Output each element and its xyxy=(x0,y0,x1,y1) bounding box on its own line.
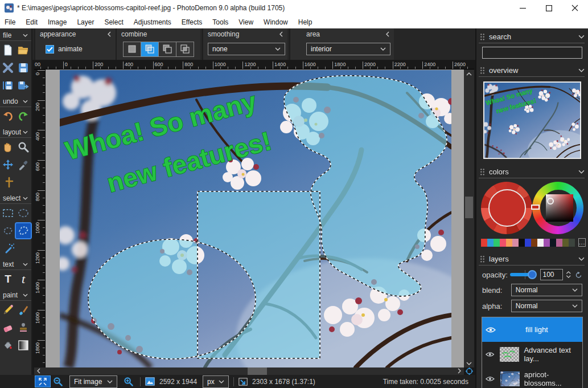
polygon-lasso-tool-button[interactable] xyxy=(16,223,31,238)
menu-image[interactable]: Image xyxy=(43,16,72,28)
maximize-button[interactable] xyxy=(536,0,562,16)
scroll-right-icon[interactable] xyxy=(455,368,464,375)
text-tool-button[interactable]: T xyxy=(1,272,15,287)
drag-grip-icon[interactable] xyxy=(480,168,485,175)
layer-row-advanced-text[interactable]: Advanced text lay... xyxy=(482,342,582,366)
palette-swatch[interactable] xyxy=(487,239,494,247)
unit-dropdown[interactable]: px xyxy=(203,375,229,388)
paint-section-header[interactable]: paint xyxy=(0,289,31,301)
menu-layer[interactable]: Layer xyxy=(72,16,99,28)
drag-grip-icon[interactable] xyxy=(480,255,485,263)
animate-checkbox[interactable] xyxy=(46,45,54,54)
area-dropdown[interactable]: interior xyxy=(306,43,390,55)
chevron-down-icon[interactable] xyxy=(578,35,585,39)
palette-swatch[interactable] xyxy=(506,239,512,247)
move-tool-button[interactable] xyxy=(1,157,15,172)
chevron-down-icon[interactable] xyxy=(578,170,585,174)
h-scroll-thumb[interactable] xyxy=(248,367,267,375)
gradient-tool-button[interactable] xyxy=(16,338,31,353)
collapse-left-icon[interactable] xyxy=(386,31,389,37)
palette-swatch[interactable] xyxy=(525,239,531,247)
canvas-viewport[interactable]: Whoa! So many new features! xyxy=(46,70,464,367)
redo-button[interactable] xyxy=(16,109,31,124)
scroll-left-icon[interactable] xyxy=(34,368,43,375)
vertical-scrollbar[interactable] xyxy=(464,70,474,367)
overview-thumbnail[interactable]: Whoa! So many new features! xyxy=(483,81,581,159)
hue-wheel[interactable] xyxy=(532,182,583,234)
menu-tools[interactable]: Tools xyxy=(207,16,233,28)
palette-swatch[interactable] xyxy=(500,239,506,247)
clone-stamp-tool-button[interactable] xyxy=(16,320,31,335)
pan-tool-button[interactable] xyxy=(1,140,15,154)
file-section-header[interactable]: file xyxy=(0,30,31,41)
palette-swatch[interactable] xyxy=(531,239,537,247)
blend-mode-dropdown[interactable]: Normal xyxy=(511,284,582,296)
menu-help[interactable]: Help xyxy=(293,16,318,28)
color-picker-tool-button[interactable] xyxy=(16,157,31,172)
save-copy-button[interactable] xyxy=(1,78,15,93)
select-section-header[interactable]: select xyxy=(0,193,31,204)
advanced-text-tool-button[interactable]: t xyxy=(16,272,31,287)
visibility-eye-icon[interactable] xyxy=(486,351,494,358)
zoom-in-button[interactable] xyxy=(121,376,135,387)
opacity-slider-knob[interactable] xyxy=(528,270,537,279)
palette-swatch[interactable] xyxy=(494,239,500,247)
palette-swatch[interactable] xyxy=(519,239,525,247)
eraser-tool-button[interactable] xyxy=(1,320,15,335)
rect-select-tool-button[interactable] xyxy=(1,206,15,220)
palette-swatch[interactable] xyxy=(512,239,519,247)
measure-tool-button[interactable] xyxy=(2,175,17,190)
magic-wand-tool-button[interactable] xyxy=(2,241,17,256)
menu-view[interactable]: View xyxy=(233,16,258,28)
combine-add-button[interactable] xyxy=(141,42,159,57)
layout-section-header[interactable]: layout xyxy=(0,126,31,138)
palette-swatch[interactable] xyxy=(544,239,550,247)
lasso-select-tool-button[interactable] xyxy=(1,223,15,238)
palette-swatch[interactable] xyxy=(562,239,569,247)
palette-swatch[interactable] xyxy=(481,239,487,247)
combine-intersect-button[interactable] xyxy=(176,42,194,57)
menu-window[interactable]: Window xyxy=(258,16,293,28)
hue-cursor-icon[interactable] xyxy=(531,205,540,210)
opacity-input[interactable] xyxy=(540,269,563,280)
chevron-down-icon[interactable] xyxy=(578,257,585,261)
menu-adjustments[interactable]: Adjustments xyxy=(129,16,176,28)
close-button[interactable] xyxy=(562,0,588,16)
save-button[interactable] xyxy=(16,60,31,75)
palette-swatch[interactable] xyxy=(556,239,562,247)
menu-select[interactable]: Select xyxy=(99,16,128,28)
combine-replace-button[interactable] xyxy=(123,42,141,57)
collapse-left-icon[interactable] xyxy=(108,31,111,37)
sv-cursor-icon[interactable] xyxy=(547,198,554,205)
menu-file[interactable]: File xyxy=(0,16,20,28)
undo-section-header[interactable]: undo xyxy=(0,96,31,107)
export-button[interactable] xyxy=(16,78,31,93)
drag-grip-icon[interactable] xyxy=(480,67,485,74)
palette-swatch[interactable] xyxy=(537,239,544,247)
text-section-header[interactable]: text xyxy=(0,259,31,270)
zoom-dropdown[interactable]: Fit image xyxy=(69,375,117,388)
minimize-button[interactable] xyxy=(509,0,536,16)
search-input[interactable] xyxy=(482,47,582,59)
drag-grip-icon[interactable] xyxy=(480,33,485,40)
pencil-tool-button[interactable] xyxy=(1,303,15,317)
zoom-tool-button[interactable] xyxy=(16,140,31,154)
palette-swatch[interactable] xyxy=(550,239,556,247)
zoom-out-button[interactable] xyxy=(50,376,65,387)
fill-tool-button[interactable] xyxy=(1,338,15,353)
horizontal-scrollbar[interactable] xyxy=(34,367,464,375)
layer-row-apricot-blossoms[interactable]: apricot-blossoms... xyxy=(482,366,582,388)
v-scroll-thumb[interactable] xyxy=(465,197,473,218)
spinner-icon[interactable] xyxy=(566,270,571,279)
palette-swatch[interactable] xyxy=(569,239,575,247)
collapse-left-icon[interactable] xyxy=(279,31,283,37)
new-image-button[interactable] xyxy=(1,43,15,58)
visibility-eye-icon[interactable] xyxy=(486,326,496,333)
center-canvas-button[interactable] xyxy=(464,367,474,375)
color-harmony-wheel[interactable] xyxy=(481,182,532,234)
menu-edit[interactable]: Edit xyxy=(20,16,43,28)
palette-more-button[interactable]: ... xyxy=(578,238,586,247)
saturation-value-box[interactable] xyxy=(546,194,573,222)
open-image-button[interactable] xyxy=(16,43,31,58)
reset-opacity-icon[interactable] xyxy=(575,271,582,279)
